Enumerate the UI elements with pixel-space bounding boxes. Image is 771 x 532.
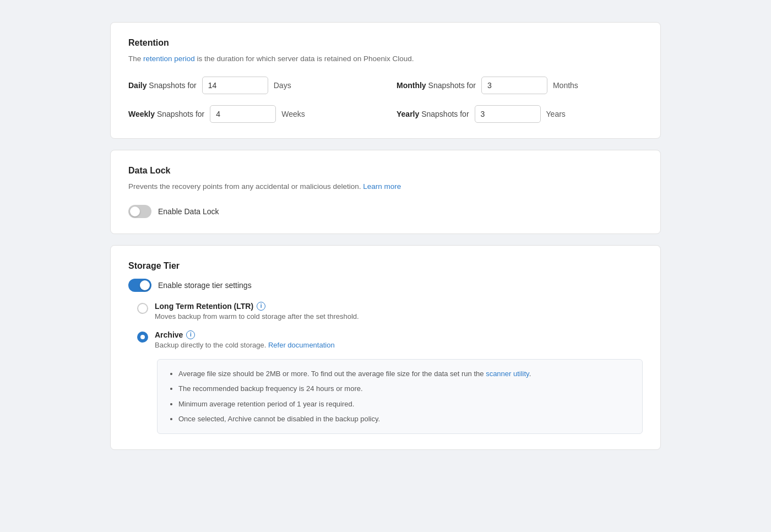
monthly-label-bold: Monthly: [397, 81, 426, 90]
archive-note-1-prefix: Average file size should be 2MB or more.…: [178, 370, 486, 378]
archive-desc-prefix: Backup directly to the cold storage.: [155, 341, 266, 349]
data-lock-title: Data Lock: [128, 166, 643, 176]
ltr-radio-btn[interactable]: [137, 303, 148, 314]
ltr-content: Long Term Retention (LTR) i Moves backup…: [155, 302, 643, 321]
page-wrapper: Retention The retention period is the du…: [110, 22, 661, 450]
storage-tier-toggle-label: Enable storage tier settings: [158, 281, 252, 290]
archive-note-1: Average file size should be 2MB or more.…: [178, 368, 631, 379]
daily-label-bold: Daily: [128, 81, 146, 90]
archive-info-icon[interactable]: i: [186, 330, 195, 339]
retention-desc-prefix: The: [128, 55, 143, 63]
scanner-utility-link[interactable]: scanner utility: [486, 370, 529, 378]
data-lock-toggle-label: Enable Data Lock: [158, 207, 219, 216]
storage-tier-toggle-thumb: [140, 280, 150, 290]
storage-tier-card: Storage Tier Enable storage tier setting…: [110, 245, 661, 450]
retention-card: Retention The retention period is the du…: [110, 22, 661, 139]
retention-grid: Daily Snapshots for Days Monthly Snapsho…: [128, 77, 643, 123]
yearly-label: Yearly Snapshots for: [397, 110, 469, 118]
retention-desc-suffix: is the duration for which server data is…: [195, 55, 414, 63]
archive-refer-doc-link[interactable]: Refer documentation: [268, 341, 335, 349]
yearly-unit: Years: [546, 110, 566, 118]
data-lock-desc-text: Prevents the recovery points from any ac…: [128, 182, 361, 191]
ltr-description: Moves backup from warm to cold storage a…: [155, 312, 643, 321]
archive-description: Backup directly to the cold storage. Ref…: [155, 341, 643, 349]
storage-tier-toggle-wrapper: Enable storage tier settings: [128, 279, 643, 292]
archive-notes: Average file size should be 2MB or more.…: [157, 359, 643, 434]
monthly-label: Monthly Snapshots for: [397, 81, 476, 90]
archive-notes-list: Average file size should be 2MB or more.…: [169, 368, 631, 425]
archive-option: Archive i Backup directly to the cold st…: [137, 330, 643, 349]
storage-options: Long Term Retention (LTR) i Moves backup…: [133, 302, 643, 434]
archive-radio-btn[interactable]: [137, 332, 148, 343]
archive-note-2: The recommended backup frequency is 24 h…: [178, 383, 631, 394]
retention-description: The retention period is the duration for…: [128, 53, 643, 64]
ltr-title: Long Term Retention (LTR) i: [155, 302, 643, 311]
archive-title: Archive i: [155, 330, 643, 339]
weekly-label: Weekly Snapshots for: [128, 110, 204, 118]
data-lock-description: Prevents the recovery points from any ac…: [128, 181, 643, 192]
data-lock-toggle-wrapper: Enable Data Lock: [128, 205, 643, 218]
data-lock-learn-more[interactable]: Learn more: [363, 182, 401, 191]
monthly-unit: Months: [553, 81, 578, 90]
ltr-label: Long Term Retention (LTR): [155, 302, 253, 311]
data-lock-toggle[interactable]: [128, 205, 151, 218]
retention-title: Retention: [128, 38, 643, 48]
daily-input[interactable]: [202, 77, 268, 94]
archive-label: Archive: [155, 330, 183, 339]
yearly-label-rest: Snapshots for: [419, 110, 469, 118]
monthly-input[interactable]: [481, 77, 547, 94]
daily-label-rest: Snapshots for: [146, 81, 196, 90]
archive-note-4: Once selected, Archive cannot be disable…: [178, 414, 631, 425]
storage-tier-toggle[interactable]: [128, 279, 151, 292]
daily-label: Daily Snapshots for: [128, 81, 197, 90]
ltr-info-icon[interactable]: i: [257, 302, 265, 311]
monthly-label-rest: Snapshots for: [426, 81, 476, 90]
ltr-option: Long Term Retention (LTR) i Moves backup…: [137, 302, 643, 321]
data-lock-toggle-thumb: [130, 207, 140, 216]
weekly-label-bold: Weekly: [128, 110, 155, 118]
archive-content: Archive i Backup directly to the cold st…: [155, 330, 643, 349]
data-lock-card: Data Lock Prevents the recovery points f…: [110, 150, 661, 234]
monthly-row: Monthly Snapshots for Months: [397, 77, 643, 94]
weekly-label-rest: Snapshots for: [155, 110, 204, 118]
yearly-row: Yearly Snapshots for Years: [397, 105, 643, 123]
daily-row: Daily Snapshots for Days: [128, 77, 374, 94]
archive-note-1-suffix: .: [529, 370, 531, 378]
daily-unit: Days: [274, 81, 291, 90]
weekly-input[interactable]: [210, 105, 276, 123]
archive-note-3: Minimum average retention period of 1 ye…: [178, 399, 631, 410]
storage-tier-title: Storage Tier: [128, 261, 643, 271]
weekly-unit: Weeks: [281, 110, 305, 118]
yearly-label-bold: Yearly: [397, 110, 419, 118]
weekly-row: Weekly Snapshots for Weeks: [128, 105, 374, 123]
retention-period-link[interactable]: retention period: [143, 55, 195, 63]
yearly-input[interactable]: [475, 105, 541, 123]
